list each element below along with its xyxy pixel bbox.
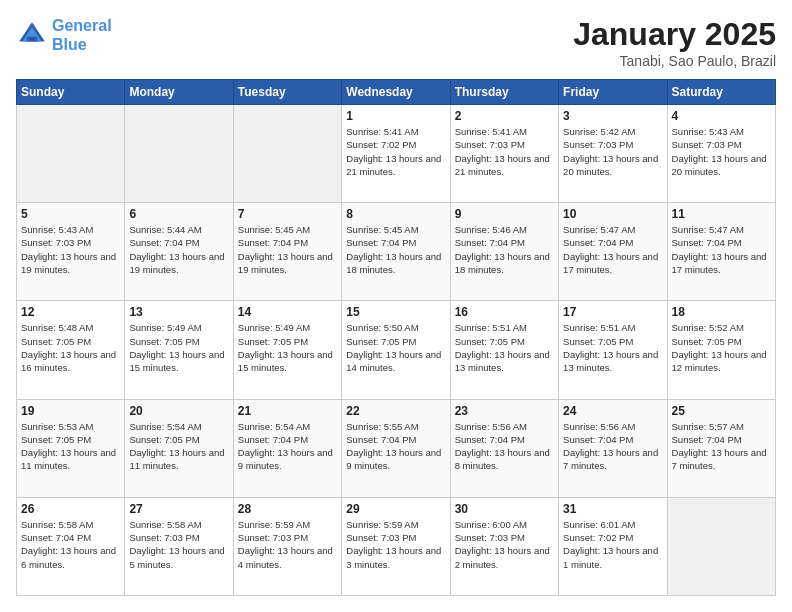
weekday-header-row: Sunday Monday Tuesday Wednesday Thursday…	[17, 80, 776, 105]
day-info: Sunrise: 5:58 AM Sunset: 7:04 PM Dayligh…	[21, 518, 120, 571]
day-info: Sunrise: 5:44 AM Sunset: 7:04 PM Dayligh…	[129, 223, 228, 276]
day-number: 31	[563, 502, 662, 516]
table-row: 15Sunrise: 5:50 AM Sunset: 7:05 PM Dayli…	[342, 301, 450, 399]
table-row: 21Sunrise: 5:54 AM Sunset: 7:04 PM Dayli…	[233, 399, 341, 497]
day-info: Sunrise: 5:51 AM Sunset: 7:05 PM Dayligh…	[563, 321, 662, 374]
day-info: Sunrise: 5:45 AM Sunset: 7:04 PM Dayligh…	[346, 223, 445, 276]
day-number: 20	[129, 404, 228, 418]
table-row: 14Sunrise: 5:49 AM Sunset: 7:05 PM Dayli…	[233, 301, 341, 399]
table-row	[667, 497, 775, 595]
logo-blue: Blue	[52, 36, 87, 53]
table-row: 30Sunrise: 6:00 AM Sunset: 7:03 PM Dayli…	[450, 497, 558, 595]
table-row: 3Sunrise: 5:42 AM Sunset: 7:03 PM Daylig…	[559, 105, 667, 203]
day-number: 19	[21, 404, 120, 418]
table-row: 19Sunrise: 5:53 AM Sunset: 7:05 PM Dayli…	[17, 399, 125, 497]
calendar-table: Sunday Monday Tuesday Wednesday Thursday…	[16, 79, 776, 596]
day-info: Sunrise: 5:49 AM Sunset: 7:05 PM Dayligh…	[238, 321, 337, 374]
day-number: 17	[563, 305, 662, 319]
day-number: 28	[238, 502, 337, 516]
table-row: 26Sunrise: 5:58 AM Sunset: 7:04 PM Dayli…	[17, 497, 125, 595]
day-info: Sunrise: 5:52 AM Sunset: 7:05 PM Dayligh…	[672, 321, 771, 374]
day-number: 23	[455, 404, 554, 418]
table-row	[233, 105, 341, 203]
day-number: 27	[129, 502, 228, 516]
table-row: 8Sunrise: 5:45 AM Sunset: 7:04 PM Daylig…	[342, 203, 450, 301]
table-row: 17Sunrise: 5:51 AM Sunset: 7:05 PM Dayli…	[559, 301, 667, 399]
day-info: Sunrise: 6:00 AM Sunset: 7:03 PM Dayligh…	[455, 518, 554, 571]
table-row: 4Sunrise: 5:43 AM Sunset: 7:03 PM Daylig…	[667, 105, 775, 203]
table-row	[17, 105, 125, 203]
day-number: 16	[455, 305, 554, 319]
logo-general: General	[52, 17, 112, 34]
table-row: 23Sunrise: 5:56 AM Sunset: 7:04 PM Dayli…	[450, 399, 558, 497]
week-row-3: 19Sunrise: 5:53 AM Sunset: 7:05 PM Dayli…	[17, 399, 776, 497]
day-number: 1	[346, 109, 445, 123]
day-info: Sunrise: 5:41 AM Sunset: 7:02 PM Dayligh…	[346, 125, 445, 178]
table-row: 29Sunrise: 5:59 AM Sunset: 7:03 PM Dayli…	[342, 497, 450, 595]
table-row: 13Sunrise: 5:49 AM Sunset: 7:05 PM Dayli…	[125, 301, 233, 399]
table-row: 20Sunrise: 5:54 AM Sunset: 7:05 PM Dayli…	[125, 399, 233, 497]
day-info: Sunrise: 5:46 AM Sunset: 7:04 PM Dayligh…	[455, 223, 554, 276]
day-number: 8	[346, 207, 445, 221]
day-number: 30	[455, 502, 554, 516]
day-number: 6	[129, 207, 228, 221]
table-row: 9Sunrise: 5:46 AM Sunset: 7:04 PM Daylig…	[450, 203, 558, 301]
day-number: 4	[672, 109, 771, 123]
day-info: Sunrise: 5:58 AM Sunset: 7:03 PM Dayligh…	[129, 518, 228, 571]
day-number: 25	[672, 404, 771, 418]
day-info: Sunrise: 5:49 AM Sunset: 7:05 PM Dayligh…	[129, 321, 228, 374]
day-info: Sunrise: 5:54 AM Sunset: 7:04 PM Dayligh…	[238, 420, 337, 473]
table-row: 1Sunrise: 5:41 AM Sunset: 7:02 PM Daylig…	[342, 105, 450, 203]
title-block: January 2025 Tanabi, Sao Paulo, Brazil	[573, 16, 776, 69]
table-row: 18Sunrise: 5:52 AM Sunset: 7:05 PM Dayli…	[667, 301, 775, 399]
logo-text: General Blue	[52, 16, 112, 54]
day-number: 18	[672, 305, 771, 319]
day-info: Sunrise: 5:43 AM Sunset: 7:03 PM Dayligh…	[672, 125, 771, 178]
day-info: Sunrise: 5:48 AM Sunset: 7:05 PM Dayligh…	[21, 321, 120, 374]
day-info: Sunrise: 5:43 AM Sunset: 7:03 PM Dayligh…	[21, 223, 120, 276]
day-number: 9	[455, 207, 554, 221]
day-info: Sunrise: 5:47 AM Sunset: 7:04 PM Dayligh…	[672, 223, 771, 276]
day-number: 22	[346, 404, 445, 418]
day-number: 5	[21, 207, 120, 221]
svg-rect-2	[27, 37, 37, 42]
header-wednesday: Wednesday	[342, 80, 450, 105]
day-info: Sunrise: 5:45 AM Sunset: 7:04 PM Dayligh…	[238, 223, 337, 276]
table-row: 5Sunrise: 5:43 AM Sunset: 7:03 PM Daylig…	[17, 203, 125, 301]
table-row: 28Sunrise: 5:59 AM Sunset: 7:03 PM Dayli…	[233, 497, 341, 595]
table-row: 22Sunrise: 5:55 AM Sunset: 7:04 PM Dayli…	[342, 399, 450, 497]
table-row: 24Sunrise: 5:56 AM Sunset: 7:04 PM Dayli…	[559, 399, 667, 497]
header-sunday: Sunday	[17, 80, 125, 105]
header-thursday: Thursday	[450, 80, 558, 105]
day-number: 26	[21, 502, 120, 516]
table-row: 7Sunrise: 5:45 AM Sunset: 7:04 PM Daylig…	[233, 203, 341, 301]
table-row: 10Sunrise: 5:47 AM Sunset: 7:04 PM Dayli…	[559, 203, 667, 301]
calendar-subtitle: Tanabi, Sao Paulo, Brazil	[573, 53, 776, 69]
header-saturday: Saturday	[667, 80, 775, 105]
day-info: Sunrise: 5:42 AM Sunset: 7:03 PM Dayligh…	[563, 125, 662, 178]
table-row: 16Sunrise: 5:51 AM Sunset: 7:05 PM Dayli…	[450, 301, 558, 399]
day-number: 10	[563, 207, 662, 221]
day-info: Sunrise: 5:53 AM Sunset: 7:05 PM Dayligh…	[21, 420, 120, 473]
header-friday: Friday	[559, 80, 667, 105]
day-number: 15	[346, 305, 445, 319]
week-row-4: 26Sunrise: 5:58 AM Sunset: 7:04 PM Dayli…	[17, 497, 776, 595]
day-info: Sunrise: 5:54 AM Sunset: 7:05 PM Dayligh…	[129, 420, 228, 473]
week-row-0: 1Sunrise: 5:41 AM Sunset: 7:02 PM Daylig…	[17, 105, 776, 203]
day-info: Sunrise: 5:47 AM Sunset: 7:04 PM Dayligh…	[563, 223, 662, 276]
day-info: Sunrise: 5:55 AM Sunset: 7:04 PM Dayligh…	[346, 420, 445, 473]
header: General Blue January 2025 Tanabi, Sao Pa…	[16, 16, 776, 69]
page: General Blue January 2025 Tanabi, Sao Pa…	[0, 0, 792, 612]
day-number: 11	[672, 207, 771, 221]
day-number: 13	[129, 305, 228, 319]
table-row	[125, 105, 233, 203]
day-number: 2	[455, 109, 554, 123]
day-number: 7	[238, 207, 337, 221]
table-row: 11Sunrise: 5:47 AM Sunset: 7:04 PM Dayli…	[667, 203, 775, 301]
table-row: 6Sunrise: 5:44 AM Sunset: 7:04 PM Daylig…	[125, 203, 233, 301]
day-number: 21	[238, 404, 337, 418]
day-number: 14	[238, 305, 337, 319]
day-number: 29	[346, 502, 445, 516]
header-monday: Monday	[125, 80, 233, 105]
day-number: 24	[563, 404, 662, 418]
